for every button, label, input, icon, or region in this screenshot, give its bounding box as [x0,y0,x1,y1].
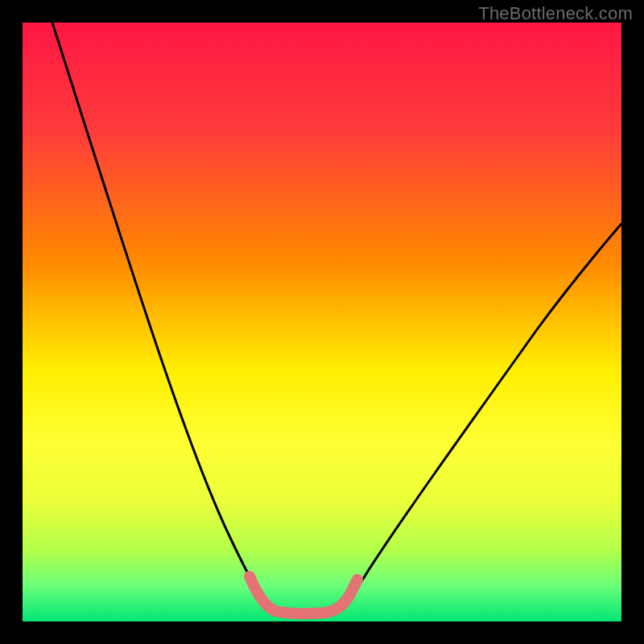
chart-frame: TheBottleneck.com [0,0,644,644]
gradient-background [23,23,621,621]
chart-svg [23,23,621,621]
watermark-text: TheBottleneck.com [478,3,633,24]
plot-area [23,23,621,621]
